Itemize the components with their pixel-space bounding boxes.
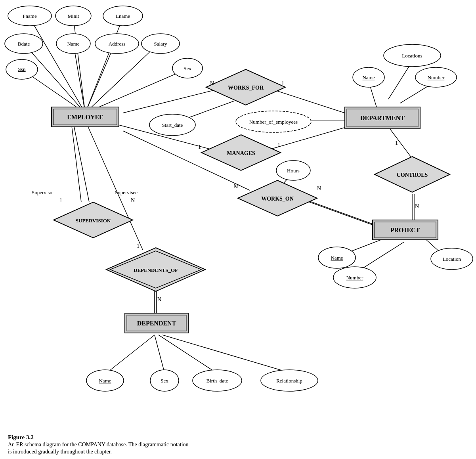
supervisee-label: Supervisee xyxy=(115,189,138,195)
svg-line-33 xyxy=(107,335,155,373)
proj-number-attr: Number xyxy=(346,275,363,281)
svg-line-9 xyxy=(123,87,226,113)
employee-label: EMPLOYEE xyxy=(67,114,103,120)
cardinality-sup-n: N xyxy=(131,197,135,203)
svg-line-22 xyxy=(301,198,373,224)
proj-name-attr: Name xyxy=(331,255,343,261)
ssn-attr: Ssn xyxy=(18,66,26,72)
er-diagram-container: EMPLOYEE DEPARTMENT PROJECT DEPENDENT WO… xyxy=(0,0,476,428)
svg-line-34 xyxy=(155,335,164,373)
cardinality-works-on-m: M xyxy=(234,184,239,189)
supervisor-label: Supervisor xyxy=(32,189,54,195)
figure-title: Figure 3.2 xyxy=(8,434,468,441)
minit-attr: Minit xyxy=(68,13,79,19)
dependents-of-label: DEPENDENTS_OF xyxy=(134,267,178,273)
cardinality-controls-n: N xyxy=(415,203,419,209)
cardinality-controls-1: 1 xyxy=(395,140,398,146)
svg-line-29 xyxy=(73,123,89,202)
relationship-attr: Relationship xyxy=(276,378,302,384)
svg-line-6 xyxy=(85,44,159,113)
name-emp-attr: Name xyxy=(67,41,79,47)
cardinality-manages-1-dept: 1 xyxy=(277,142,280,148)
cardinality-works-for-1: 1 xyxy=(281,80,284,86)
location-attr: Location xyxy=(443,256,461,262)
cardinality-manages-1-emp: 1 xyxy=(198,144,201,150)
num-employees-attr: Number_of_employees xyxy=(249,119,298,125)
svg-line-8 xyxy=(85,69,186,113)
cardinality-works-on-n: N xyxy=(317,186,321,191)
controls-label: CONTROLS xyxy=(397,172,428,178)
works-on-label: WORKS_ON xyxy=(261,196,294,202)
cardinality-sup-1: 1 xyxy=(59,197,62,203)
department-label: DEPARTMENT xyxy=(360,115,405,121)
svg-line-2 xyxy=(85,18,123,113)
svg-line-5 xyxy=(85,44,115,113)
svg-line-3 xyxy=(24,44,85,113)
svg-line-26 xyxy=(361,242,404,270)
svg-line-36 xyxy=(162,335,289,373)
svg-line-18 xyxy=(388,127,412,159)
birth-date-attr: Birth_date xyxy=(206,378,228,384)
svg-line-1 xyxy=(73,18,85,113)
salary-attr: Salary xyxy=(154,41,167,47)
svg-line-13 xyxy=(388,61,412,99)
dependent-label: DEPENDENT xyxy=(137,320,176,327)
start-date-attr: Start_date xyxy=(162,122,183,128)
er-diagram-svg: EMPLOYEE DEPARTMENT PROJECT DEPENDENT WO… xyxy=(0,0,476,428)
svg-line-23 xyxy=(302,199,373,225)
fname-attr: Fname xyxy=(23,13,37,19)
lname-attr: Lname xyxy=(116,13,130,19)
project-label: PROJECT xyxy=(390,227,420,233)
locations-attr: Locations xyxy=(402,53,422,59)
supervision-label: SUPERVISION xyxy=(76,218,111,224)
cardinality-dep-of-n: N xyxy=(157,296,161,302)
sex-emp-attr: Sex xyxy=(184,65,191,71)
hours-attr: Hours xyxy=(287,168,300,174)
dep-sex-attr: Sex xyxy=(161,378,168,384)
dept-number-attr: Number xyxy=(428,75,445,80)
dept-name-attr: Name xyxy=(362,75,375,80)
cardinality-dep-of-1: 1 xyxy=(137,243,140,249)
bdate-attr: Bdate xyxy=(18,41,30,47)
manages-label: MANAGES xyxy=(227,150,255,156)
works-for-label: WORKS_FOR xyxy=(228,85,264,91)
cardinality-works-for-n: N xyxy=(210,80,214,86)
figure-caption: Figure 3.2 An ER schema diagram for the … xyxy=(0,431,476,459)
dep-name-attr: Name xyxy=(99,378,111,384)
caption-line1: An ER schema diagram for the COMPANY dat… xyxy=(8,442,468,448)
address-attr: Address xyxy=(109,41,126,47)
svg-line-28 xyxy=(71,123,81,202)
caption-line2: is introduced gradually throughout the c… xyxy=(8,449,468,455)
svg-line-35 xyxy=(159,335,216,373)
